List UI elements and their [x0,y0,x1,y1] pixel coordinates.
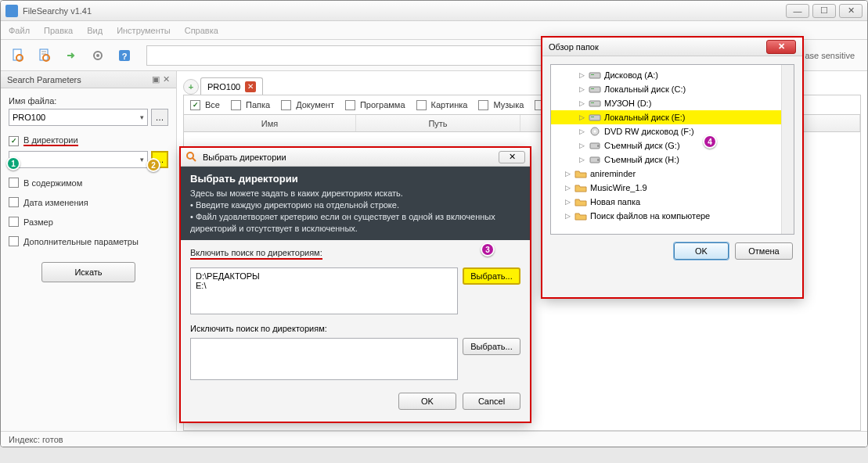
filename-browse-button[interactable]: … [151,109,168,126]
tree-item[interactable]: ▷Локальный диск (C:) [551,82,794,96]
tab-close-icon[interactable]: ✕ [245,81,256,92]
dialog-close-button[interactable]: ✕ [499,151,525,163]
tab-pro100[interactable]: PRO100 ✕ [200,77,263,95]
tree-expander-icon[interactable]: ▷ [578,156,585,163]
tree-item[interactable]: ▷Дисковод (A:) [551,68,794,82]
menu-edit[interactable]: Правка [44,26,73,35]
svg-rect-17 [591,102,594,103]
search-file-icon[interactable] [7,45,29,66]
tab-label: PRO100 [207,82,240,92]
col-name[interactable]: Имя [184,115,356,131]
tree-item[interactable]: ▷anireminder [551,167,794,181]
titlebar: FileSearchy v1.41 ― ☐ ✕ [1,1,867,21]
tree-item-label: Съемный диск (G:) [604,141,680,150]
dialog2-title: Обзор папок [549,42,599,52]
close-button[interactable]: ✕ [839,4,863,18]
menu-tools[interactable]: Инструменты [117,26,171,35]
tree-expander-icon[interactable]: ▷ [578,85,585,93]
usb-icon [589,154,601,165]
svg-rect-19 [591,117,594,117]
extra-params-checkbox[interactable] [9,236,19,246]
tree-expander-icon[interactable]: ▷ [578,142,585,149]
help-icon[interactable]: ? [113,45,135,66]
include-label: Включить поиск по директориям: [190,248,322,260]
tree-item[interactable]: ▷Съемный диск (G:) [551,138,794,153]
tree-expander-icon[interactable]: ▷ [564,212,571,220]
directory-input[interactable]: ▾ [9,151,148,168]
callout-badge-2: 2 [146,158,160,172]
tree-item-label: Локальный диск (E:) [604,113,686,122]
folder-icon [574,210,587,221]
tree-item[interactable]: ▷Поиск файлов на компьютере [551,209,794,223]
panel-float-icon[interactable]: ▣ [152,74,160,84]
tree-item[interactable]: ▷Съемный диск (H:) [551,153,794,167]
tree-item[interactable]: ▷МУЗОН (D:) [551,96,794,110]
new-tab-button[interactable]: + [183,79,199,95]
date-modified-checkbox[interactable] [9,197,19,207]
svg-line-11 [193,158,196,161]
in-directory-checkbox[interactable] [9,136,19,146]
svg-rect-12 [589,73,600,78]
dialog2-close-button[interactable]: ✕ [766,40,796,54]
svg-rect-14 [589,87,600,92]
minimize-button[interactable]: ― [786,4,809,18]
search-content-icon[interactable] [34,45,56,66]
filter-music-checkbox[interactable] [478,100,488,110]
dialog2-ok-button[interactable]: OK [674,242,729,260]
filter-image-checkbox[interactable] [416,100,427,110]
tree-item[interactable]: ▷MusicWire_1.9 [551,181,794,195]
filter-folder-checkbox[interactable] [231,100,241,110]
dialog2-cancel-button[interactable]: Отмена [735,242,793,260]
tree-expander-icon[interactable]: ▷ [578,127,585,135]
case-sensitive-label[interactable]: ase sensitive [805,51,855,60]
extra-params-label: Дополнительные параметры [23,237,139,246]
tree-expander-icon[interactable]: ▷ [564,198,571,206]
search-button[interactable]: Искать [41,262,135,282]
include-dirs-textarea[interactable]: D:\РЕДАКТОРЫ E:\ [190,267,458,314]
filter-doc-checkbox[interactable] [281,100,291,110]
tree-item-label: anireminder [590,169,636,178]
panel-header: Search Parameters ▣✕ [1,71,176,88]
gear-icon[interactable] [87,45,109,66]
tree-expander-icon[interactable]: ▷ [578,71,585,79]
exclude-browse-button[interactable]: Выбрать... [463,338,520,355]
tree-expander-icon[interactable]: ▷ [564,170,571,178]
svg-point-21 [594,131,596,133]
dialog-cancel-button[interactable]: Cancel [463,393,520,410]
panel-close-icon[interactable]: ✕ [163,74,170,84]
svg-point-7 [96,54,99,57]
tree-expander-icon[interactable]: ▷ [578,113,585,121]
tree-item[interactable]: ▷DVD RW дисковод (F:) [551,124,794,138]
drive-icon [589,70,601,81]
dvd-icon [589,126,601,137]
menu-view[interactable]: Вид [87,26,103,35]
exclude-dirs-textarea[interactable] [190,338,458,380]
banner-heading: Выбрать директории [190,173,520,185]
in-content-label: В содержимом [23,178,82,188]
filename-label: Имя файла: [9,96,168,106]
tree-expander-icon[interactable]: ▷ [564,184,571,192]
svg-rect-13 [591,74,594,75]
tree-item[interactable]: ▷Локальный диск (E:) [551,110,794,124]
tree-item-label: Локальный диск (C:) [604,84,686,94]
tree-item-label: DVD RW дисковод (F:) [604,127,694,136]
arrow-icon[interactable] [60,45,82,66]
panel-title: Search Parameters [7,75,81,84]
col-path[interactable]: Путь [356,115,520,131]
tree-scrollbar[interactable] [781,65,794,234]
in-content-checkbox[interactable] [9,178,19,188]
tree-item[interactable]: ▷Новая папка [551,195,794,209]
folder-icon [574,196,587,207]
maximize-button[interactable]: ☐ [812,4,836,18]
tree-expander-icon[interactable]: ▷ [578,99,585,107]
filter-program-checkbox[interactable] [345,100,355,110]
size-checkbox[interactable] [9,217,19,227]
include-browse-button[interactable]: Выбрать... [463,267,520,285]
filter-all-checkbox[interactable] [190,100,200,110]
folder-tree[interactable]: ▷Дисковод (A:)▷Локальный диск (C:)▷МУЗОН… [550,64,794,235]
filename-input[interactable]: PRO100▾ [9,109,148,126]
menu-file[interactable]: Файл [9,26,30,35]
dialog-ok-button[interactable]: OK [398,393,456,410]
window-title: FileSearchy v1.41 [23,6,786,16]
menu-help[interactable]: Справка [185,26,218,35]
